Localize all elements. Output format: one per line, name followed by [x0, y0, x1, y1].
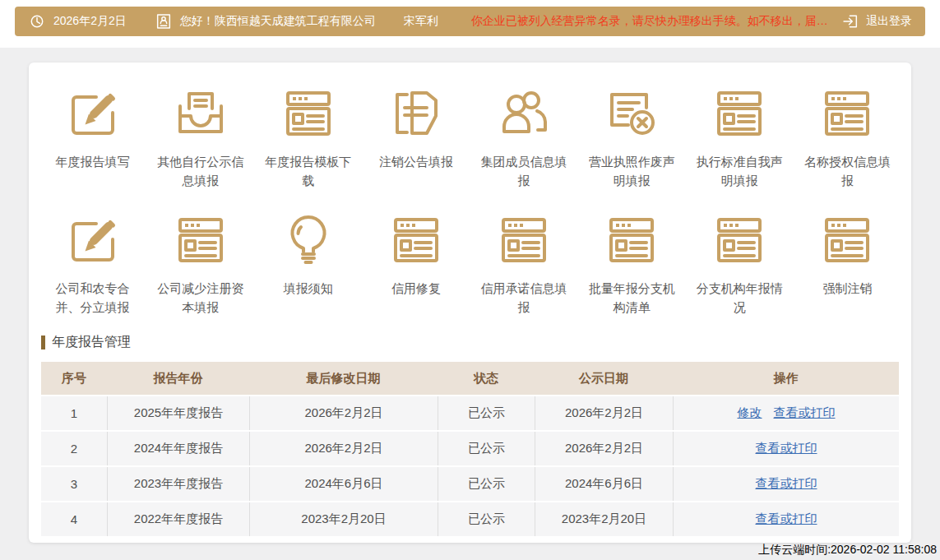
browser-icon [171, 211, 230, 270]
action-link[interactable]: 查看或打印 [774, 405, 836, 419]
menu-item[interactable]: 信用承诺信息填报 [470, 211, 578, 321]
browser-icon [817, 84, 877, 143]
annual-report-table: 序号报告年份最后修改日期状态公示日期操作 12025年年度报告2026年2月2日… [41, 360, 899, 538]
action-link[interactable]: 修改 [738, 405, 762, 419]
last-modified-date: 2026年2月2日 [249, 432, 438, 465]
menu-item-label: 批量年报分支机构清单 [585, 279, 678, 317]
menu-item-label: 公司减少注册资本填报 [154, 279, 248, 317]
column-header: 序号 [41, 362, 107, 395]
action-link[interactable]: 查看或打印 [756, 511, 817, 525]
bulb-icon [279, 211, 338, 270]
menu-item[interactable]: 年度报告填写 [39, 84, 146, 194]
publicity-date: 2024年6月6日 [535, 467, 673, 501]
user-name: 宋军利 [404, 14, 438, 29]
menu-item[interactable]: 名称授权信息填报 [794, 84, 901, 194]
menu-item[interactable]: 其他自行公示信息填报 [146, 84, 254, 194]
menu-item-label: 强制注销 [822, 279, 872, 298]
status: 已公示 [438, 467, 535, 501]
menu-item-label: 名称授权信息填报 [800, 152, 894, 191]
edit-icon [63, 84, 123, 143]
menu-item-label: 年度报告模板下载 [262, 152, 355, 191]
people-icon [494, 84, 553, 143]
action-link[interactable]: 查看或打印 [756, 476, 817, 490]
menu-item-label: 填报须知 [284, 279, 333, 298]
browser-icon [817, 211, 877, 270]
clock-icon [28, 12, 46, 30]
action-link[interactable]: 查看或打印 [756, 441, 817, 455]
row-number: 3 [41, 467, 107, 501]
status: 已公示 [438, 396, 535, 430]
last-modified-date: 2026年2月2日 [249, 396, 438, 430]
menu-item-label: 年度报告填写 [56, 152, 130, 171]
table-row: 32023年年度报告2024年6月6日已公示2024年6月6日查看或打印 [41, 467, 899, 501]
edit-icon [63, 211, 123, 270]
operations-cell: 查看或打印 [673, 502, 899, 536]
publicity-date: 2023年2月20日 [535, 502, 673, 536]
browser-icon [710, 84, 769, 143]
topbar: 2026年2月2日 您好！陕西恒越天成建筑工程有限公司 宋军利 你企业已被列入经… [15, 7, 925, 36]
status: 已公示 [438, 502, 535, 536]
last-modified-date: 2023年2月20日 [249, 502, 438, 536]
operations-cell: 修改查看或打印 [673, 396, 899, 430]
inbox-icon [171, 84, 230, 143]
menu-item-label: 信用修复 [391, 279, 441, 298]
table-body: 12025年年度报告2026年2月2日已公示2026年2月2日修改查看或打印22… [41, 396, 899, 536]
column-header: 状态 [438, 362, 535, 395]
report-year: 2022年年度报告 [107, 502, 249, 536]
menu-item[interactable]: 批量年报分支机构清单 [578, 211, 686, 321]
main-card: 年度报告填写其他自行公示信息填报年度报告模板下载注销公告填报集团成员信息填报营业… [29, 62, 911, 543]
column-header: 操作 [673, 362, 899, 395]
menu-item[interactable]: 强制注销 [794, 211, 901, 321]
topbar-company-group: 您好！陕西恒越天成建筑工程有限公司 [155, 12, 376, 30]
logout-button[interactable]: 退出登录 [841, 12, 912, 30]
browser-icon [494, 211, 553, 270]
row-number: 4 [41, 502, 107, 536]
table-header-row: 序号报告年份最后修改日期状态公示日期操作 [41, 362, 899, 395]
menu-item[interactable]: 信用修复 [362, 211, 470, 321]
doc-x-icon [602, 84, 661, 143]
menu-item-label: 信用承诺信息填报 [477, 279, 571, 317]
menu-item[interactable]: 公司减少注册资本填报 [146, 211, 254, 321]
menu-item-label: 分支机构年报情况 [692, 279, 786, 317]
column-header: 最后修改日期 [249, 362, 438, 395]
status: 已公示 [438, 432, 535, 465]
id-card-icon [155, 12, 173, 30]
menu-item[interactable]: 执行标准自我声明填报 [686, 84, 794, 194]
topbar-date-group: 2026年2月2日 [28, 12, 127, 30]
menu-grid: 年度报告填写其他自行公示信息填报年度报告模板下载注销公告填报集团成员信息填报营业… [29, 62, 911, 321]
menu-item-label: 集团成员信息填报 [477, 152, 571, 191]
report-year: 2024年年度报告 [107, 432, 249, 465]
exit-icon [841, 12, 859, 30]
row-number: 2 [41, 432, 107, 465]
logout-label: 退出登录 [866, 14, 912, 29]
menu-item[interactable]: 注销公告填报 [362, 84, 470, 194]
menu-item[interactable]: 公司和农专合并、分立填报 [39, 211, 146, 321]
cancel-doc-icon [387, 84, 446, 143]
publicity-date: 2026年2月2日 [535, 432, 673, 465]
table-row: 22024年年度报告2026年2月2日已公示2026年2月2日查看或打印 [41, 432, 899, 465]
report-year: 2025年年度报告 [107, 396, 249, 430]
menu-item[interactable]: 分支机构年报情况 [686, 211, 794, 321]
row-number: 1 [41, 396, 107, 430]
table-row: 42022年年度报告2023年2月20日已公示2023年2月20日查看或打印 [41, 502, 899, 536]
operations-cell: 查看或打印 [673, 432, 899, 465]
column-header: 公示日期 [535, 362, 673, 395]
section-title-text: 年度报告管理 [52, 334, 131, 351]
operations-cell: 查看或打印 [673, 467, 899, 501]
menu-item[interactable]: 营业执照作废声明填报 [578, 84, 686, 194]
last-modified-date: 2024年6月6日 [249, 467, 438, 501]
menu-item-label: 执行标准自我声明填报 [692, 152, 786, 191]
upload-cloud-timestamp: 上传云端时间:2026-02-02 11:58:08 [758, 543, 937, 558]
report-year: 2023年年度报告 [107, 467, 249, 501]
menu-item-label: 其他自行公示信息填报 [154, 152, 248, 191]
menu-item[interactable]: 年度报告模板下载 [254, 84, 362, 194]
browser-icon [387, 211, 446, 270]
abnormal-list-warning: 你企业已被列入经营异常名录，请尽快办理移出手续。如不移出，届满3年将被列入严..… [471, 14, 831, 29]
company-greeting: 您好！陕西恒越天成建筑工程有限公司 [180, 14, 376, 29]
menu-item[interactable]: 填报须知 [254, 211, 362, 321]
menu-item[interactable]: 集团成员信息填报 [470, 84, 578, 194]
menu-item-label: 营业执照作废声明填报 [585, 152, 678, 191]
browser-icon [279, 84, 338, 143]
menu-item-label: 注销公告填报 [379, 152, 453, 171]
column-header: 报告年份 [107, 362, 249, 395]
